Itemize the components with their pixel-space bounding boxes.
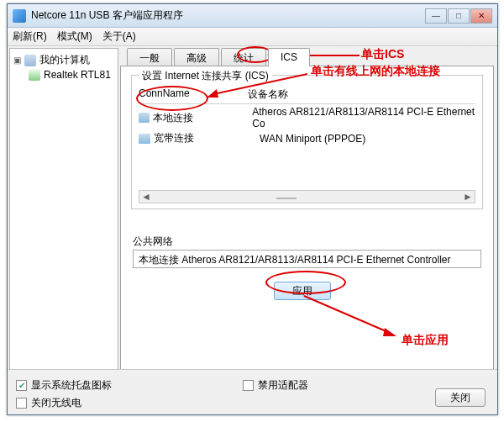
app-window: Netcore 11n USB 客户端应用程序 — □ ✕ 刷新(R) 模式(M… — [7, 3, 498, 415]
wifi-off-label: 关闭无线电 — [31, 396, 81, 410]
menubar: 刷新(R) 模式(M) 关于(A) — [8, 28, 497, 46]
ics-panel: 设置 Internet 连接共享 (ICS) ConnName 设备名称 本地连… — [120, 66, 494, 386]
checkbox-icon — [16, 398, 27, 409]
list-header: ConnName 设备名称 — [139, 87, 475, 104]
row-name: 宽带连接 — [154, 131, 260, 145]
groupbox-title: 设置 Internet 连接共享 (ICS) — [139, 69, 272, 83]
public-network-label: 公共网络 — [133, 235, 173, 249]
menu-about[interactable]: 关于(A) — [102, 29, 136, 44]
tree-child-item[interactable]: Realtek RTL81 — [29, 68, 114, 82]
scroll-right-icon[interactable]: ► — [461, 191, 475, 203]
tab-general[interactable]: 一般 — [127, 48, 172, 66]
adapter-icon — [29, 69, 40, 81]
col-connname[interactable]: ConnName — [139, 87, 248, 102]
tree-root-label: 我的计算机 — [39, 53, 90, 67]
scroll-left-icon[interactable]: ◄ — [139, 191, 153, 203]
tab-advanced[interactable]: 高级 — [174, 48, 219, 66]
ics-groupbox: 设置 Internet 连接共享 (ICS) ConnName 设备名称 本地连… — [131, 75, 483, 209]
bottom-bar: ✔ 显示系统托盘图标 关闭无线电 禁用适配器 关闭 — [8, 369, 497, 414]
list-row-broadband[interactable]: 宽带连接 WAN Miniport (PPPOE) — [139, 131, 475, 145]
minimize-button[interactable]: — — [425, 8, 447, 24]
disable-adapter-label: 禁用适配器 — [258, 378, 308, 393]
network-icon — [139, 134, 150, 144]
list-row-local[interactable]: 本地连接 Atheros AR8121/AR8113/AR8114 PCI-E … — [139, 106, 475, 129]
tab-strip: 一般 高级 统计 ICS — [127, 48, 494, 66]
collapse-icon[interactable]: ▣ — [13, 55, 21, 65]
public-network-field[interactable]: 本地连接 Atheros AR8121/AR8113/AR8114 PCI-E … — [133, 250, 481, 268]
window-close-button[interactable]: ✕ — [470, 8, 492, 24]
disable-adapter-checkbox[interactable]: 禁用适配器 — [243, 378, 308, 393]
tree-child-label: Realtek RTL81 — [44, 69, 111, 81]
close-button[interactable]: 关闭 — [435, 388, 486, 407]
checkbox-icon: ✔ — [16, 380, 27, 391]
tab-ics[interactable]: ICS — [268, 48, 310, 66]
maximize-button[interactable]: □ — [448, 8, 470, 24]
menu-refresh[interactable]: 刷新(R) — [13, 29, 47, 44]
apply-button[interactable]: 应用 — [274, 282, 331, 300]
wifi-off-checkbox[interactable]: 关闭无线电 — [16, 396, 112, 410]
col-device[interactable]: 设备名称 — [248, 87, 288, 102]
device-tree[interactable]: ▣ 我的计算机 Realtek RTL81 — [9, 48, 118, 386]
network-icon — [139, 113, 150, 123]
row-device: WAN Miniport (PPPOE) — [260, 133, 365, 145]
horizontal-scrollbar[interactable]: ◄ ► — [139, 190, 475, 203]
tree-root-item[interactable]: ▣ 我的计算机 — [13, 52, 114, 68]
app-icon — [13, 9, 26, 23]
titlebar[interactable]: Netcore 11n USB 客户端应用程序 — □ ✕ — [8, 4, 497, 28]
row-device: Atheros AR8121/AR8113/AR8114 PCI-E Ether… — [252, 106, 475, 129]
tab-stats[interactable]: 统计 — [221, 48, 266, 66]
main-panel: 一般 高级 统计 ICS 设置 Internet 连接共享 (ICS) Conn… — [120, 48, 494, 386]
menu-mode[interactable]: 模式(M) — [57, 29, 92, 44]
show-tray-label: 显示系统托盘图标 — [31, 378, 112, 393]
computer-icon — [24, 55, 36, 66]
scroll-thumb[interactable] — [276, 198, 297, 199]
show-tray-checkbox[interactable]: ✔ 显示系统托盘图标 — [16, 378, 112, 393]
checkbox-icon — [243, 380, 254, 391]
row-name: 本地连接 — [153, 111, 252, 125]
window-title: Netcore 11n USB 客户端应用程序 — [31, 8, 425, 23]
